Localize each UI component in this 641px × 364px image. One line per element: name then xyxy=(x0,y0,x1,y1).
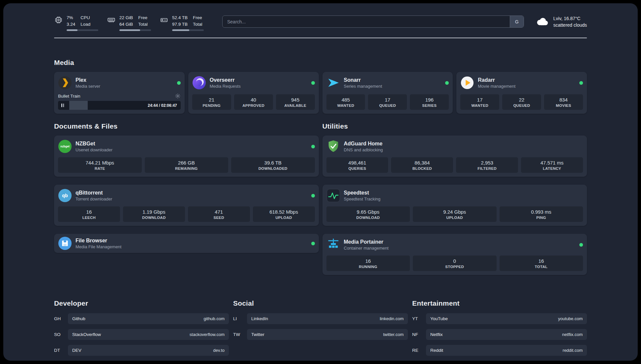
bookmark-link[interactable]: StackOverflow stackoverflow.com xyxy=(68,329,229,340)
bookmark-url: netflix.com xyxy=(562,332,583,337)
stat-value: 47.571 ms xyxy=(522,160,582,166)
bookmark-link[interactable]: Github github.com xyxy=(68,313,229,324)
section-title-utilities: Utilities xyxy=(322,122,587,130)
svg-text:qb: qb xyxy=(62,193,68,198)
bookmark-name: DEV xyxy=(72,348,81,353)
stat-value: 16 xyxy=(501,258,582,264)
bookmark-reddit: RE Reddit reddit.com xyxy=(412,345,587,356)
app-description: Series management xyxy=(344,84,382,89)
stat-value: 16 xyxy=(328,258,409,264)
bookmark-linkedin: LI LinkedIn linkedin.com xyxy=(233,313,408,324)
stat-running: 16RUNNING xyxy=(326,256,410,271)
sonarr-icon xyxy=(326,76,340,90)
stat-wanted: 17WANTED xyxy=(460,94,499,110)
disk-label-bottom: Total xyxy=(193,21,202,28)
stat-blocked: 86,384BLOCKED xyxy=(391,157,453,173)
stat-value: 21 xyxy=(194,97,230,103)
stat-label: QUERIES xyxy=(328,167,387,170)
topbar: 7% 3.24 CPU Load 22 GiB 64 GiB xyxy=(54,15,587,31)
qbittorrent-icon: qb xyxy=(58,189,72,202)
stat-total: 16TOTAL xyxy=(500,256,583,271)
app-description: Speedtest Tracking xyxy=(344,197,381,201)
status-dot xyxy=(445,81,449,85)
bookmark-name: StackOverflow xyxy=(72,332,101,337)
app-name: qBittorrent xyxy=(76,190,112,196)
dashboard: 7% 3.24 CPU Load 22 GiB 64 GiB xyxy=(3,3,638,361)
plex-card[interactable]: Plex Media server Bullet Train 24:44 / 0… xyxy=(54,72,185,114)
filebrowser-card[interactable]: File Browser Media File Management xyxy=(54,234,319,253)
section-title-documents: Documents & Files xyxy=(54,122,319,130)
memory-label-top: Free xyxy=(138,15,148,21)
bookmark-link[interactable]: LinkedIn linkedin.com xyxy=(247,313,408,324)
stat-label: WANTED xyxy=(462,104,498,107)
bookmark-twitter: TW Twitter twitter.com xyxy=(233,329,408,340)
stat-label: FILTERED xyxy=(457,167,517,170)
overseerr-card[interactable]: Overseerr Media Requests 21PENDING 40APP… xyxy=(188,72,319,114)
bookmark-name: Twitter xyxy=(251,332,264,337)
app-name: Overseerr xyxy=(210,77,241,83)
sonarr-card[interactable]: Sonarr Series management 485WANTED 17QUE… xyxy=(322,72,453,114)
gear-icon[interactable] xyxy=(175,93,181,99)
stat-download: 1.19 GbpsDOWNLOAD xyxy=(123,206,185,222)
radarr-card[interactable]: Radarr Movie management 17WANTED 22QUEUE… xyxy=(456,72,587,114)
bookmark-link[interactable]: DEV dev.to xyxy=(68,345,229,356)
stat-ping: 0.993 msPING xyxy=(500,206,583,222)
stat-label: UPLOAD xyxy=(414,216,495,220)
bookmark-abbr: NF xyxy=(412,332,426,337)
stat-value: 17 xyxy=(462,97,498,103)
bookmark-abbr: TW xyxy=(233,332,247,337)
stat-value: 2,953 xyxy=(457,160,517,166)
weather-widget[interactable]: Lviv, 16.87°C scattered clouds xyxy=(535,15,587,29)
bookmark-link[interactable]: Netflix netflix.com xyxy=(426,329,587,340)
stat-value: 39.6 TB xyxy=(232,160,314,166)
bookmark-name: Github xyxy=(72,316,85,321)
radarr-icon xyxy=(460,76,474,90)
stat-value: 266 GB xyxy=(146,160,227,166)
stat-movies: 834MOVIES xyxy=(544,94,583,110)
speedtest-card[interactable]: Speedtest Speedtest Tracking 9.65 GbpsDO… xyxy=(322,185,587,226)
cloud-icon xyxy=(535,17,549,26)
stat-value: 9.65 Gbps xyxy=(328,209,409,215)
stat-value: 196 xyxy=(411,97,447,103)
bookmark-link[interactable]: YouTube youtube.com xyxy=(426,313,587,324)
weather-location: Lviv, 16.87°C xyxy=(553,15,587,22)
playback-progress-bar[interactable]: 24:44 / 02:06:47 xyxy=(58,101,181,110)
search-shortcut-button[interactable]: G xyxy=(510,16,524,27)
adguard-card[interactable]: AdGuard Home DNS and adblocking 498,461Q… xyxy=(322,136,587,177)
status-dot xyxy=(177,81,181,85)
stat-filtered: 2,953FILTERED xyxy=(456,157,518,173)
stat-value: 1.19 Gbps xyxy=(124,209,184,215)
bookmarks-section: Developer GH Github github.com SO StackO… xyxy=(54,299,587,361)
status-dot xyxy=(311,81,315,85)
stat-value: 834 xyxy=(545,97,582,103)
stat-value: 17 xyxy=(369,97,406,103)
stat-upload: 618.52 MbpsUPLOAD xyxy=(253,206,315,222)
bookmark-url: github.com xyxy=(203,316,225,321)
status-dot xyxy=(311,145,315,148)
app-name: Radarr xyxy=(478,77,515,83)
bookmark-name: YouTube xyxy=(430,316,448,321)
bookmark-group-developer: Developer GH Github github.com SO StackO… xyxy=(54,299,229,361)
disk-label-top: Free xyxy=(193,15,202,21)
stat-remaining: 266 GBREMAINING xyxy=(145,157,229,173)
utilities-column: Utilities AdGuard Home DNS and adblockin… xyxy=(322,122,587,283)
pause-button[interactable] xyxy=(58,101,67,110)
app-description: Container management xyxy=(344,246,389,251)
bookmark-abbr: DT xyxy=(54,348,68,353)
stat-label: SERIES xyxy=(411,104,447,107)
bookmark-netflix: NF Netflix netflix.com xyxy=(412,329,587,340)
stat-label: SEED xyxy=(189,216,249,220)
app-name: NZBGet xyxy=(76,141,112,147)
portainer-card[interactable]: Media Portainer Container management 16R… xyxy=(322,234,587,275)
bookmark-link[interactable]: Reddit reddit.com xyxy=(426,345,587,356)
bookmark-name: LinkedIn xyxy=(251,316,268,321)
bookmark-link[interactable]: Twitter twitter.com xyxy=(247,329,408,340)
nzbget-card[interactable]: nzbget NZBGet Usenet downloader 744.21 M… xyxy=(54,136,319,177)
bookmark-abbr: YT xyxy=(412,316,426,321)
qbittorrent-card[interactable]: qb qBittorrent Torrent downloader 16LEEC… xyxy=(54,185,319,226)
stat-downloaded: 39.6 TBDOWNLOADED xyxy=(231,157,315,173)
app-name: AdGuard Home xyxy=(344,141,383,147)
search-input[interactable] xyxy=(223,16,510,27)
bookmark-group-title: Developer xyxy=(54,299,229,307)
nzbget-icon: nzbget xyxy=(58,139,72,153)
